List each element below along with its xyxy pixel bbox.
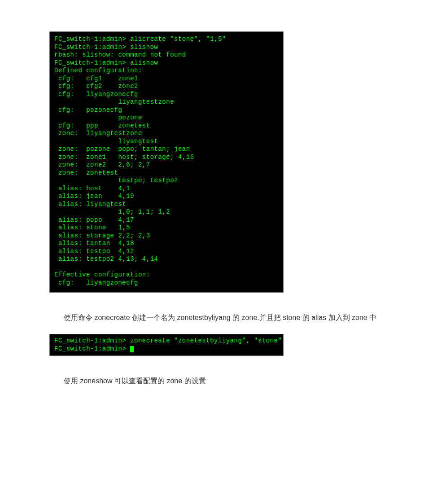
- paragraph-2-text: 使用 zoneshow 可以查看配置的 zone 的设置: [64, 377, 206, 385]
- paragraph-1-text: 使用命令 zonecreate 创建一个名为 zonetestbyliyang …: [49, 311, 376, 325]
- document-page: FC_switch-1:admin> alicreate "stone", "1…: [0, 0, 424, 420]
- terminal-1-text: FC_switch-1:admin> alicreate "stone", "1…: [54, 35, 226, 286]
- terminal-output-1: FC_switch-1:admin> alicreate "stone", "1…: [49, 31, 284, 293]
- terminal-cursor: [130, 346, 134, 352]
- paragraph-2: 使用 zoneshow 可以查看配置的 zone 的设置: [49, 374, 379, 388]
- terminal-2-text: FC_switch-1:admin> zonecreate "zonetestb…: [54, 337, 282, 352]
- terminal-output-2: FC_switch-1:admin> zonecreate "zonetestb…: [49, 334, 284, 356]
- paragraph-1: 使用命令 zonecreate 创建一个名为 zonetestbyliyang …: [49, 311, 379, 325]
